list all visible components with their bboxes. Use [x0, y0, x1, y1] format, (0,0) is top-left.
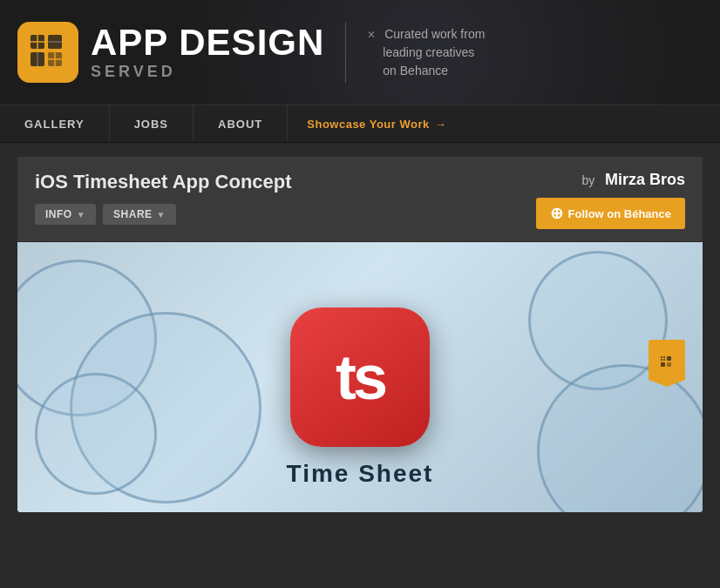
author-line: by Mirza Bros — [582, 171, 686, 189]
app-icon-letters: ts — [336, 346, 384, 409]
app-icon: ts — [290, 308, 430, 447]
timesheet-label: Time Sheet — [287, 460, 434, 488]
tagline-line2: leading creatives — [367, 45, 474, 59]
header: APP DESIGN SERVED ✕ Curated work from le… — [0, 0, 720, 105]
navigation: GALLERY JOBS ABOUT Showcase Your Work → — [0, 105, 720, 143]
project-image: ts Time Sheet — [17, 242, 703, 512]
by-label: by — [582, 173, 595, 187]
logo-text: APP DESIGN SERVED — [91, 24, 324, 81]
bookmark-icon — [657, 354, 676, 373]
bookmark-badge[interactable] — [649, 340, 685, 387]
header-divider — [345, 22, 346, 83]
svg-rect-13 — [667, 362, 671, 367]
project-right: by Mirza Bros ⊕ Follow on Béhance — [536, 171, 685, 229]
tagline-line3: on Behance — [367, 64, 448, 78]
close-icon[interactable]: ✕ — [367, 29, 376, 41]
project-actions: INFO ▼ SHARE ▼ — [35, 204, 536, 225]
project-card: iOS Timesheet App Concept INFO ▼ SHARE ▼… — [17, 157, 703, 512]
svg-rect-11 — [667, 356, 671, 361]
svg-rect-12 — [661, 362, 665, 367]
logo-title: APP DESIGN — [91, 24, 324, 61]
share-caret: ▼ — [157, 210, 166, 220]
project-left: iOS Timesheet App Concept INFO ▼ SHARE ▼ — [35, 171, 536, 225]
clock-decoration-5 — [35, 373, 157, 495]
project-title: iOS Timesheet App Concept — [35, 171, 536, 193]
project-header: iOS Timesheet App Concept INFO ▼ SHARE ▼… — [17, 157, 703, 242]
logo-subtitle: SERVED — [91, 63, 324, 81]
follow-label: Follow on Béhance — [568, 207, 671, 220]
main-content: iOS Timesheet App Concept INFO ▼ SHARE ▼… — [0, 143, 720, 588]
nav-jobs[interactable]: JOBS — [110, 105, 194, 142]
showcase-arrow: → — [435, 118, 447, 131]
author-name: Mirza Bros — [605, 171, 685, 188]
info-button[interactable]: INFO ▼ — [35, 204, 96, 225]
nav-about[interactable]: ABOUT — [194, 105, 288, 142]
app-logo-icon[interactable] — [17, 22, 78, 83]
header-tagline: ✕ Curated work from leading creatives on… — [367, 25, 485, 80]
share-button[interactable]: SHARE ▼ — [103, 204, 176, 225]
tagline-line1: Curated work from — [384, 27, 485, 41]
logo-svg — [26, 30, 70, 74]
nav-gallery[interactable]: GALLERY — [0, 105, 110, 142]
follow-button[interactable]: ⊕ Follow on Béhance — [536, 198, 685, 229]
showcase-label: Showcase Your Work — [307, 118, 430, 131]
info-caret: ▼ — [77, 210, 85, 220]
nav-showcase[interactable]: Showcase Your Work → — [288, 105, 465, 142]
follow-plus-icon: ⊕ — [550, 204, 563, 223]
logo-area: APP DESIGN SERVED — [17, 22, 324, 83]
